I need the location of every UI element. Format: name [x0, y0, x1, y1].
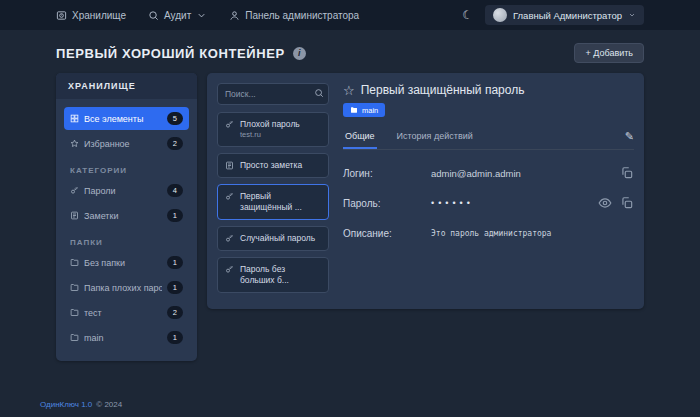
password-value: ••••••	[431, 198, 598, 208]
sidebar-item-label: main	[84, 333, 162, 343]
sidebar-item-notes[interactable]: Заметки 1	[64, 204, 189, 227]
sidebar-item-favorites[interactable]: Избранное 2	[64, 132, 189, 155]
page-head: ПЕРВЫЙ ХОРОШИЙ КОНТЕЙНЕР i + Добавить	[56, 43, 644, 63]
field-actions	[620, 166, 634, 180]
list-item-title: Просто заметка	[240, 160, 302, 171]
list-item-title: Случайный пароль	[240, 233, 315, 244]
search-icon	[314, 88, 324, 98]
nav-item-admin-panel[interactable]: Панель администратора	[229, 10, 359, 21]
grid-icon	[70, 114, 79, 123]
list-item[interactable]: Пароль без больших б...	[217, 257, 329, 293]
copy-password-button[interactable]	[620, 196, 634, 210]
sidebar-item-label: тест	[84, 308, 162, 318]
sidebar-item-folder-none[interactable]: Без папки 1	[64, 251, 189, 274]
count-badge: 5	[167, 112, 183, 125]
user-menu[interactable]: Главный Администратор	[485, 5, 644, 25]
sidebar-item-label: Заметки	[84, 211, 162, 221]
app-root: Хранилище Аудит Панель администратора ☾ …	[0, 0, 700, 361]
list-item-text: Плохой пароль test.ru	[240, 119, 300, 140]
key-icon	[225, 265, 234, 274]
folder-icon	[70, 258, 79, 267]
count-badge: 1	[167, 256, 183, 269]
item-list: Плохой пароль test.ru Просто заметка Пер…	[217, 83, 329, 299]
main-card: Плохой пароль test.ru Просто заметка Пер…	[207, 73, 644, 309]
copy-icon	[620, 196, 634, 210]
folder-icon	[70, 308, 79, 317]
sidebar-item-label: Все элементы	[84, 114, 162, 124]
count-badge: 2	[167, 306, 183, 319]
nav-item-vault-label: Хранилище	[72, 10, 126, 21]
list-item-subtitle: test.ru	[240, 130, 300, 140]
field-actions	[598, 196, 634, 210]
sidebar-item-folder-bad-passwords[interactable]: Папка плохих паролей 1	[64, 276, 189, 299]
key-icon	[225, 192, 234, 201]
folder-badge[interactable]: main	[343, 103, 385, 117]
sidebar-item-label: Папка плохих паролей	[84, 283, 162, 293]
folder-badge-label: main	[362, 106, 378, 115]
reveal-password-button[interactable]	[598, 196, 612, 210]
nav-item-audit[interactable]: Аудит	[148, 10, 207, 21]
folder-icon	[70, 283, 79, 292]
nav-item-vault[interactable]: Хранилище	[56, 10, 126, 21]
folder-icon	[70, 333, 79, 342]
folder-icon	[350, 106, 358, 114]
note-icon	[225, 161, 234, 170]
edit-pencil-icon[interactable]: ✎	[625, 130, 634, 149]
tab-history[interactable]: История действий	[395, 131, 475, 149]
page-title: ПЕРВЫЙ ХОРОШИЙ КОНТЕЙНЕР	[56, 46, 285, 61]
key-icon	[225, 234, 234, 243]
description-value: Это пароль администратора	[431, 229, 634, 238]
sidebar-item-passwords[interactable]: Пароли 4	[64, 179, 189, 202]
list-item-title: Плохой пароль	[240, 119, 300, 130]
sidebar-item-label: Пароли	[84, 186, 162, 196]
count-badge: 2	[167, 137, 183, 150]
list-item-selected[interactable]: Первый защищённый ...	[217, 184, 329, 220]
star-icon	[70, 139, 79, 148]
list-item[interactable]: Просто заметка	[217, 153, 329, 178]
tab-general[interactable]: Общие	[343, 131, 377, 149]
field-password: Пароль: ••••••	[343, 190, 634, 216]
user-icon	[229, 10, 240, 21]
sidebar-title: ХРАНИЛИЩЕ	[56, 73, 197, 99]
footer: ОдинКлюч 1.0 © 2024	[40, 400, 122, 409]
detail-fields: Логин: admin@admin.admin Пароль: ••••••	[343, 160, 634, 246]
nav-item-admin-label: Панель администратора	[245, 10, 359, 21]
content: ХРАНИЛИЩЕ Все элементы 5 Избранное 2 КАТ…	[56, 73, 644, 361]
count-badge: 4	[167, 184, 183, 197]
add-button[interactable]: + Добавить	[574, 43, 644, 63]
title-wrap: ПЕРВЫЙ ХОРОШИЙ КОНТЕЙНЕР i	[56, 46, 306, 61]
sidebar-item-label: Избранное	[84, 139, 162, 149]
key-icon	[70, 186, 79, 195]
field-description: Описание: Это пароль администратора	[343, 220, 634, 246]
favorite-star-icon[interactable]: ☆	[343, 84, 355, 97]
theme-toggle-moon-icon[interactable]: ☾	[462, 9, 473, 21]
list-item-title: Пароль без больших б...	[240, 264, 321, 286]
sidebar: ХРАНИЛИЩЕ Все элементы 5 Избранное 2 КАТ…	[56, 73, 197, 361]
info-icon[interactable]: i	[293, 47, 306, 60]
nav-item-audit-label: Аудит	[164, 10, 191, 21]
list-item[interactable]: Случайный пароль	[217, 226, 329, 251]
avatar	[493, 8, 507, 22]
sidebar-section-categories: КАТЕГОРИИ	[64, 157, 189, 179]
navbar-left: Хранилище Аудит Панель администратора	[56, 10, 359, 21]
key-icon	[225, 120, 234, 129]
list-item-title: Первый защищённый ...	[240, 191, 321, 213]
search-input[interactable]	[217, 83, 329, 105]
chevron-down-icon	[196, 10, 207, 21]
list-item[interactable]: Плохой пароль test.ru	[217, 112, 329, 147]
sidebar-item-folder-test[interactable]: тест 2	[64, 301, 189, 324]
field-label: Логин:	[343, 168, 431, 179]
field-label: Пароль:	[343, 198, 431, 209]
login-value: admin@admin.admin	[431, 168, 620, 179]
sidebar-item-all-items[interactable]: Все элементы 5	[64, 107, 189, 130]
footer-app-link[interactable]: ОдинКлюч 1.0	[40, 400, 92, 409]
search-wrap	[217, 83, 329, 105]
copy-icon	[620, 166, 634, 180]
detail-panel: ☆ Первый защищённый пароль main Общие Ис…	[343, 83, 634, 299]
sidebar-list: Все элементы 5 Избранное 2 КАТЕГОРИИ Пар…	[56, 99, 197, 349]
copy-login-button[interactable]	[620, 166, 634, 180]
count-badge: 1	[167, 209, 183, 222]
search-icon	[148, 10, 159, 21]
sidebar-item-folder-main[interactable]: main 1	[64, 326, 189, 349]
vault-icon	[56, 10, 67, 21]
